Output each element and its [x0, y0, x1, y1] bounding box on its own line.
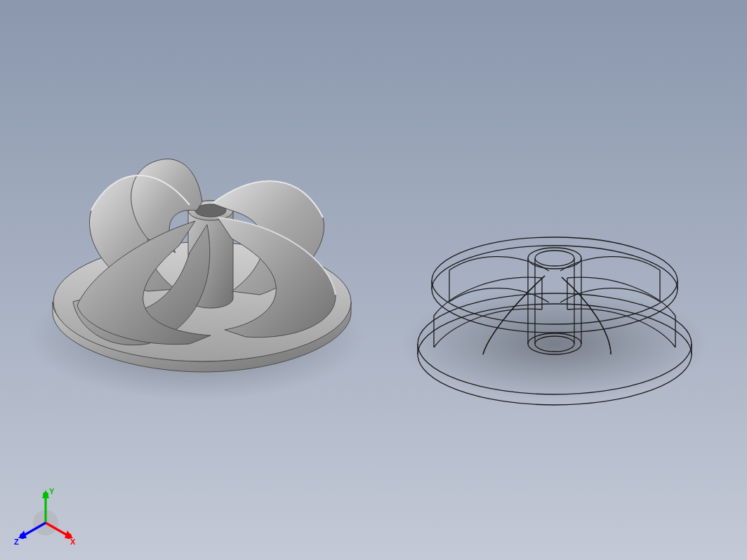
cad-viewport[interactable]: Y X Z — [0, 0, 747, 560]
model-shadow-right — [400, 288, 709, 400]
scene-canvas[interactable] — [0, 0, 747, 560]
